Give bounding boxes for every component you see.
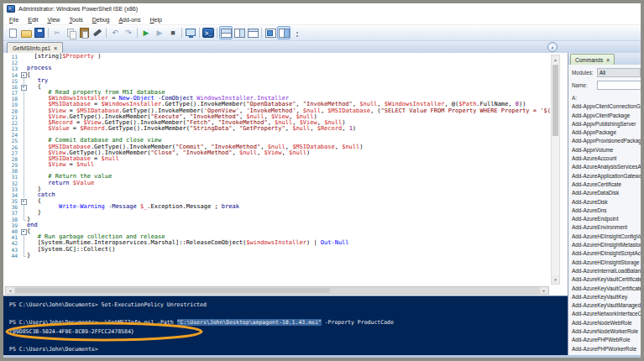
- line-number: 15: [3, 78, 20, 84]
- vertical-scroll-thumb[interactable]: [552, 65, 558, 136]
- command-list-item[interactable]: Add-AzureKeyVaultCertificate: [572, 275, 641, 284]
- fold-toggle-icon[interactable]: [20, 198, 27, 204]
- scroll-down-arrow-icon[interactable]: ▾: [552, 275, 559, 284]
- line-number: 42: [3, 240, 20, 246]
- code-text[interactable]: }: [27, 253, 30, 259]
- start-powershell-button[interactable]: >_: [202, 26, 215, 39]
- command-list-item[interactable]: Add-AzureAccount: [572, 154, 641, 163]
- line-number: 27: [3, 150, 20, 156]
- command-list-item[interactable]: Add-AzureDisk: [572, 198, 641, 207]
- command-list-item[interactable]: Add-AzureCertificate: [572, 180, 641, 189]
- open-script-button[interactable]: [19, 26, 33, 39]
- undo-button[interactable]: ↶: [108, 26, 122, 39]
- code-text[interactable]: $View = $null: [27, 162, 94, 168]
- command-list-item[interactable]: Add-AzureKeyVaultManagedStorageAccount: [572, 301, 641, 310]
- script-editor-pane[interactable]: 11 [string]$Property )1213process14{15 t…: [3, 53, 568, 296]
- show-command-addon-button[interactable]: [277, 26, 291, 39]
- run-selection-button[interactable]: ▶: [153, 26, 166, 39]
- command-list-item[interactable]: Add-AzureInternalLoadBalancer: [572, 267, 641, 275]
- copy-button[interactable]: [64, 26, 77, 39]
- editor-horizontal-scrollbar[interactable]: ◂ ▸: [5, 286, 549, 295]
- run-selection-icon: ▶: [154, 28, 165, 39]
- fold-margin: [20, 156, 27, 162]
- scroll-up-arrow-icon[interactable]: ▴: [552, 55, 559, 64]
- fold-toggle-icon[interactable]: [20, 228, 27, 234]
- menu-debug[interactable]: Debug: [92, 17, 110, 23]
- command-list-item[interactable]: Add-AzureNodeWebRole: [572, 319, 641, 327]
- fold-margin: [20, 114, 27, 120]
- horizontal-scroll-thumb[interactable]: [15, 288, 330, 293]
- script-pane-maximized-button[interactable]: [246, 26, 259, 39]
- clear-console-button[interactable]: [91, 26, 104, 39]
- command-list-item[interactable]: Add-AzureAnalysisServicesAccount: [572, 163, 641, 171]
- menu-edit[interactable]: Edit: [28, 17, 38, 23]
- cut-button[interactable]: ✂: [50, 26, 64, 39]
- command-list-item[interactable]: Add-AzureKeyVaultCertificateContact: [572, 285, 641, 293]
- code-text[interactable]: $Value = $Record.GetType().InvokeMember(…: [27, 126, 356, 132]
- run-script-button[interactable]: ▶: [139, 26, 153, 39]
- copy-icon: [65, 28, 76, 39]
- command-list-item[interactable]: Add-AzureKeyVaultKey: [572, 293, 641, 301]
- modules-dropdown[interactable]: All: [597, 68, 641, 77]
- command-list-item[interactable]: Add-AppvClientConnectionGroup: [572, 102, 641, 111]
- command-list-item[interactable]: Add-AppxProvisionedPackage: [572, 137, 641, 145]
- code-text[interactable]: [string]$Property ): [27, 54, 102, 60]
- fold-margin: [20, 222, 27, 228]
- menu-help[interactable]: Help: [150, 17, 162, 23]
- code-text[interactable]: [System.GC]::Collect(): [27, 247, 115, 253]
- maximize-script-pane-button[interactable]: ∧: [547, 42, 558, 52]
- commands-close-icon[interactable]: ×: [606, 57, 610, 63]
- command-list-item[interactable]: Add-AzureHDInsightStorage: [572, 259, 641, 267]
- tab-close-icon[interactable]: ×: [54, 45, 57, 51]
- command-list-item[interactable]: Add-AppvPublishingServer: [572, 120, 641, 128]
- command-list-item[interactable]: Add-AzureEndpoint: [572, 215, 641, 223]
- editor-vertical-scrollbar[interactable]: ▴ ▾: [551, 55, 560, 285]
- fold-margin: [20, 126, 27, 132]
- menu-file[interactable]: File: [9, 17, 18, 23]
- menu-tools[interactable]: Tools: [69, 17, 82, 23]
- command-list-item[interactable]: Add-AzureDataDisk: [572, 189, 641, 197]
- code-area[interactable]: 11 [string]$Property )1213process14{15 t…: [3, 54, 551, 259]
- paste-button[interactable]: [77, 26, 91, 39]
- command-list-item[interactable]: Add-AzureHDInsightScriptAction: [572, 249, 641, 258]
- show-command-window-button[interactable]: [264, 26, 277, 39]
- menu-addons[interactable]: Add-ons: [118, 17, 140, 23]
- toolbar-overflow-grip[interactable]: [291, 26, 304, 39]
- menu-view[interactable]: View: [47, 17, 60, 23]
- name-filter-input[interactable]: [597, 81, 641, 90]
- tab-getmsiinfo-script[interactable]: GetMSIInfo.ps1 ×: [7, 42, 63, 53]
- code-line: 33 }: [3, 186, 551, 192]
- save-script-button[interactable]: [33, 26, 46, 39]
- command-list-item[interactable]: Add-AzureApplicationGatewaySslCertificat…: [572, 172, 641, 180]
- command-list-item[interactable]: Add-AzureEnvironment: [572, 223, 641, 232]
- command-list-item[interactable]: Add-AzureNetworkInterfaceConfig: [572, 310, 641, 318]
- code-text[interactable]: process: [27, 65, 52, 71]
- console-line: PS C:\Users\John\Documents> Set-Executio…: [9, 301, 568, 310]
- redo-button[interactable]: ↷: [122, 26, 135, 39]
- code-text[interactable]: Write-Warning -Message $_.Exception.Mess…: [27, 204, 239, 210]
- script-pane-right-icon: [234, 29, 245, 38]
- tab-commands[interactable]: Commands ×: [570, 54, 615, 65]
- command-list-item[interactable]: Add-AzureHDInsightConfigValues: [572, 233, 641, 241]
- fold-toggle-icon[interactable]: [20, 72, 27, 78]
- command-list-item[interactable]: Add-AzureHDInsightMetastore: [572, 241, 641, 249]
- scroll-right-arrow-icon[interactable]: ▸: [540, 287, 548, 294]
- stop-operation-button[interactable]: ■: [166, 26, 180, 39]
- command-list-item[interactable]: Add-AppxPackage: [572, 128, 641, 137]
- command-list-item[interactable]: Add-AzurePHPWorkerRole: [572, 345, 641, 353]
- console-pane[interactable]: PS C:\Users\John\Documents> Set-Executio…: [3, 296, 568, 355]
- clear-console-icon: [92, 28, 103, 39]
- new-remote-powershell-tab-button[interactable]: [184, 26, 197, 39]
- command-list-item[interactable]: Add-AppxVolume: [572, 146, 641, 154]
- new-script-button[interactable]: [6, 26, 19, 39]
- line-number: 11: [3, 54, 20, 60]
- fold-toggle-icon[interactable]: [20, 84, 27, 90]
- scroll-left-arrow-icon[interactable]: ◂: [6, 287, 14, 294]
- script-pane-top-button[interactable]: [219, 26, 233, 39]
- line-number: 41: [3, 234, 20, 240]
- command-list-item[interactable]: Add-AzurePHPWebRole: [572, 336, 641, 344]
- script-pane-right-button[interactable]: [233, 26, 246, 39]
- command-list-item[interactable]: Add-AzureDns: [572, 207, 641, 215]
- command-list-item[interactable]: Add-AppvClientPackage: [572, 112, 641, 120]
- command-list-item[interactable]: Add-AzureNodeWorkerRole: [572, 327, 641, 336]
